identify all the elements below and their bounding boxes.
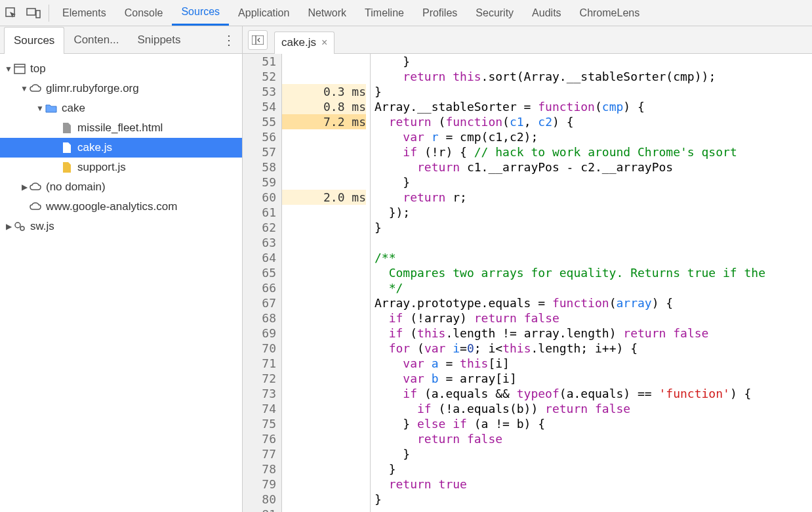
- disclosure-arrow-icon[interactable]: ▼: [35, 104, 45, 113]
- disclosure-arrow-icon[interactable]: ▼: [20, 84, 29, 93]
- line-number[interactable]: 51: [243, 54, 276, 69]
- disclosure-arrow-icon[interactable]: ▶: [4, 222, 13, 231]
- line-number[interactable]: 72: [243, 371, 276, 386]
- tree-item-support-js[interactable]: support.js: [0, 158, 242, 177]
- line-number[interactable]: 71: [243, 356, 276, 371]
- line-number[interactable]: 58: [243, 160, 276, 175]
- code-line[interactable]: }: [375, 175, 812, 190]
- tab-network[interactable]: Network: [298, 0, 355, 26]
- code-line[interactable]: if (this.length != array.length) return …: [375, 326, 812, 341]
- tree-item-cake-js[interactable]: cake.js: [0, 138, 242, 158]
- line-number[interactable]: 75: [243, 416, 276, 431]
- tree-item-missile-fleet-html[interactable]: missile_fleet.html: [0, 118, 242, 138]
- line-number[interactable]: 57: [243, 144, 276, 160]
- code-line[interactable]: return (function(c1, c2) {: [375, 114, 812, 129]
- tree-item--no-domain-[interactable]: ▶(no domain): [0, 177, 242, 197]
- line-number[interactable]: 52: [243, 69, 276, 84]
- tree-item-www-google-analytics-com[interactable]: www.google-analytics.com: [0, 197, 242, 217]
- tab-elements[interactable]: Elements: [53, 0, 115, 26]
- code-line[interactable]: if (!a.equals(b)) return false: [375, 401, 812, 416]
- tab-chromelens[interactable]: ChromeLens: [571, 0, 649, 26]
- line-number[interactable]: 70: [243, 341, 276, 356]
- disclosure-arrow-icon[interactable]: ▼: [4, 64, 13, 74]
- line-number[interactable]: 62: [243, 220, 276, 235]
- code-line[interactable]: var r = cmp(c1,c2);: [375, 129, 812, 144]
- code-line[interactable]: }: [375, 220, 812, 235]
- code-line[interactable]: if (!r) { // hack to work around Chrome'…: [375, 144, 812, 160]
- code-line[interactable]: Compares two arrays for equality. Return…: [375, 265, 812, 280]
- line-number[interactable]: 65: [243, 265, 276, 280]
- code-line[interactable]: }: [375, 54, 812, 69]
- line-number[interactable]: 68: [243, 310, 276, 326]
- code-content[interactable]: } return this.sort(Array.__stableSorter(…: [371, 54, 812, 512]
- line-number[interactable]: 55: [243, 114, 276, 129]
- code-line[interactable]: */: [375, 280, 812, 295]
- close-icon[interactable]: ×: [321, 37, 327, 49]
- file-tab-cake-js[interactable]: cake.js ×: [274, 32, 335, 54]
- svg-rect-2: [36, 11, 40, 18]
- line-number[interactable]: 76: [243, 431, 276, 446]
- code-line[interactable]: } else if (a != b) {: [375, 416, 812, 431]
- device-mode-icon[interactable]: [22, 0, 45, 26]
- tree-item-sw-js[interactable]: ▶sw.js: [0, 217, 242, 236]
- code-line[interactable]: /**: [375, 250, 812, 265]
- tab-console[interactable]: Console: [115, 0, 173, 26]
- line-number[interactable]: 60: [243, 190, 276, 205]
- line-number[interactable]: 78: [243, 461, 276, 477]
- code-line[interactable]: if (a.equals && typeof(a.equals) == 'fun…: [375, 386, 812, 401]
- line-number[interactable]: 81: [243, 507, 276, 512]
- line-number[interactable]: 73: [243, 386, 276, 401]
- line-number[interactable]: 69: [243, 326, 276, 341]
- code-line[interactable]: [375, 235, 812, 250]
- disclosure-arrow-icon[interactable]: ▶: [20, 182, 29, 192]
- tab-timeline[interactable]: Timeline: [355, 0, 413, 26]
- sidebar-tab-sources[interactable]: Sources: [4, 27, 64, 54]
- code-line[interactable]: return c1.__arrayPos - c2.__arrayPos: [375, 160, 812, 175]
- line-number[interactable]: 53: [243, 84, 276, 99]
- code-line[interactable]: [375, 507, 812, 512]
- line-number[interactable]: 77: [243, 446, 276, 461]
- code-line[interactable]: return true: [375, 477, 812, 492]
- code-line[interactable]: }: [375, 446, 812, 461]
- navigator-toggle-icon[interactable]: [248, 30, 268, 50]
- line-number[interactable]: 67: [243, 295, 276, 310]
- tab-profiles[interactable]: Profiles: [413, 0, 466, 26]
- line-number[interactable]: 66: [243, 280, 276, 295]
- code-editor[interactable]: 5152535455565758596061626364656667686970…: [243, 54, 812, 512]
- line-number[interactable]: 56: [243, 129, 276, 144]
- line-number[interactable]: 64: [243, 250, 276, 265]
- code-line[interactable]: }: [375, 461, 812, 477]
- tree-item-top[interactable]: ▼top: [0, 59, 242, 79]
- code-line[interactable]: return this.sort(Array.__stableSorter(cm…: [375, 69, 812, 84]
- tab-sources[interactable]: Sources: [172, 0, 229, 26]
- code-line[interactable]: var a = this[i]: [375, 356, 812, 371]
- sidebar-tab-conten[interactable]: Conten...: [64, 26, 128, 53]
- sidebar-tab-snippets[interactable]: Snippets: [128, 26, 190, 53]
- inspect-icon[interactable]: [0, 0, 22, 26]
- tab-application[interactable]: Application: [229, 0, 298, 26]
- line-number[interactable]: 74: [243, 401, 276, 416]
- sidebar-overflow-icon[interactable]: ⋮: [222, 32, 235, 48]
- code-line[interactable]: return false: [375, 431, 812, 446]
- tab-audits[interactable]: Audits: [523, 0, 570, 26]
- line-number[interactable]: 79: [243, 477, 276, 492]
- folder-icon: [45, 102, 58, 115]
- tree-item-cake[interactable]: ▼cake: [0, 98, 242, 118]
- line-timing: [282, 446, 366, 461]
- code-line[interactable]: return r;: [375, 190, 812, 205]
- line-number[interactable]: 59: [243, 175, 276, 190]
- line-number[interactable]: 54: [243, 99, 276, 114]
- code-line[interactable]: }: [375, 492, 812, 507]
- tab-security[interactable]: Security: [466, 0, 523, 26]
- code-line[interactable]: if (!array) return false: [375, 310, 812, 326]
- code-line[interactable]: }: [375, 84, 812, 99]
- code-line[interactable]: Array.prototype.equals = function(array)…: [375, 295, 812, 310]
- code-line[interactable]: });: [375, 205, 812, 220]
- line-number[interactable]: 63: [243, 235, 276, 250]
- line-number[interactable]: 61: [243, 205, 276, 220]
- code-line[interactable]: Array.__stableSorter = function(cmp) {: [375, 99, 812, 114]
- code-line[interactable]: for (var i=0; i<this.length; i++) {: [375, 341, 812, 356]
- code-line[interactable]: var b = array[i]: [375, 371, 812, 386]
- line-number[interactable]: 80: [243, 492, 276, 507]
- tree-item-glimr-rubyforge-org[interactable]: ▼glimr.rubyforge.org: [0, 79, 242, 98]
